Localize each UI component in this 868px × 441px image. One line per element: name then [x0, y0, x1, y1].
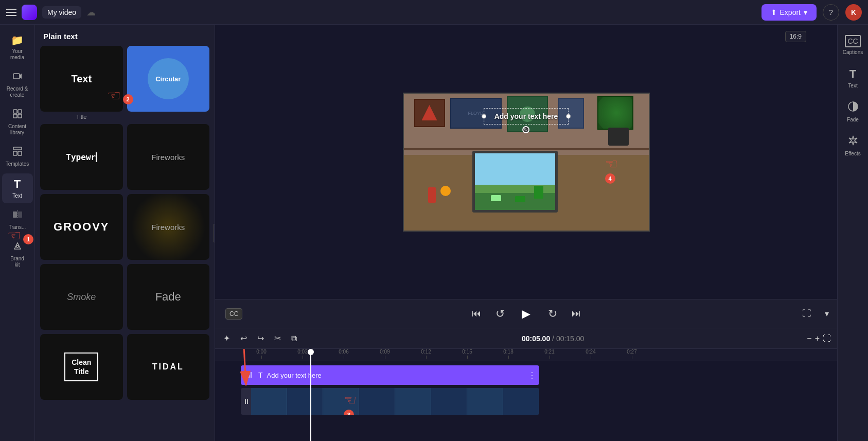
- chevron-down-icon: ▾: [804, 8, 807, 16]
- fireworks-card[interactable]: Fireworks: [127, 124, 210, 190]
- ruler-mark-7: 0:21: [529, 349, 570, 359]
- video-thumb-6: [431, 388, 467, 415]
- magic-tool-button[interactable]: ✦: [221, 332, 232, 344]
- circular-card[interactable]: Circular: [127, 46, 210, 112]
- svg-rect-3: [18, 110, 22, 113]
- tidal-card[interactable]: TIDAL: [127, 334, 210, 400]
- step4-annotation: ☞ 4: [605, 155, 618, 184]
- user-avatar[interactable]: K: [845, 4, 862, 21]
- svg-rect-7: [13, 151, 17, 155]
- left-sidebar: 📁 Your media Record &create C: [0, 25, 35, 441]
- sidebar-item-record-create[interactable]: Record &create: [2, 67, 33, 102]
- sidebar-label-templates: Templates: [6, 161, 29, 167]
- zoom-in-button[interactable]: +: [815, 334, 820, 343]
- transitions-icon: [12, 209, 23, 222]
- right-sidebar-effects[interactable]: Effects: [839, 130, 867, 162]
- fullscreen-button[interactable]: ⛶: [802, 308, 811, 319]
- panel-title: Plain text: [35, 25, 215, 46]
- collapse-preview-button[interactable]: ▾: [825, 309, 829, 319]
- track-pause-handle[interactable]: ⏸: [246, 371, 254, 380]
- fireworks2-card[interactable]: Fireworks: [127, 194, 210, 260]
- sidebar-item-brand-kit[interactable]: Brandkit: [2, 237, 33, 272]
- skip-to-start-button[interactable]: ⏮: [470, 306, 483, 321]
- forward-5s-button[interactable]: ↻: [546, 305, 559, 323]
- right-sidebar: CC Captions T Text Fade Effects: [837, 25, 868, 441]
- right-sidebar-captions[interactable]: CC Captions: [839, 30, 867, 60]
- fade-card[interactable]: Fade: [127, 264, 210, 330]
- ruler-mark-1: 0:03: [282, 349, 323, 359]
- overlay-text: Add your text here: [494, 112, 558, 120]
- video-track-pause[interactable]: ⏸: [243, 397, 250, 405]
- ruler-mark-9: 0:27: [611, 349, 652, 359]
- copy-to-clipboard-button[interactable]: ⧉: [289, 333, 299, 344]
- sidebar-item-your-media[interactable]: 📁 Your media: [2, 30, 33, 65]
- clean-title-card[interactable]: CleanTitle: [40, 334, 123, 400]
- svg-rect-6: [13, 147, 22, 150]
- video-preview-area: 16:9 FLOYD: [215, 25, 837, 299]
- rotate-handle[interactable]: ↻: [522, 126, 529, 133]
- svg-rect-9: [13, 211, 17, 218]
- right-sidebar-text-label: Text: [848, 83, 857, 89]
- timeline-content: 0:00 0:03 0:06 0:09 0:12 0:15 0:18 0:21 …: [215, 349, 837, 441]
- zoom-out-button[interactable]: −: [807, 334, 811, 343]
- time-separator: /: [552, 334, 556, 343]
- ruler-marks-container: 0:00 0:03 0:06 0:09 0:12 0:15 0:18 0:21 …: [215, 349, 652, 359]
- redo-button[interactable]: ↪: [255, 332, 266, 344]
- sidebar-item-templates[interactable]: Templates: [2, 142, 33, 171]
- svg-rect-5: [18, 114, 22, 118]
- right-sidebar-text[interactable]: T Text: [839, 62, 867, 94]
- right-sidebar-fade-label: Fade: [847, 117, 859, 122]
- effects-right-icon: [847, 135, 859, 149]
- sidebar-item-text[interactable]: T Text: [2, 173, 33, 203]
- text-track[interactable]: ⏸ T Add your text here ⋮: [241, 365, 539, 385]
- video-track[interactable]: ⏸: [241, 388, 539, 415]
- sidebar-label-brand-kit: Brandkit: [10, 256, 24, 268]
- typewriter-card[interactable]: Typewr: [40, 124, 123, 190]
- rewind-5s-button[interactable]: ↺: [493, 305, 507, 323]
- captions-right-icon: CC: [845, 35, 860, 47]
- fireworks-card-wrapper: Fireworks: [127, 124, 210, 190]
- ruler-mark-4: 0:12: [405, 349, 447, 359]
- panel-content: Text Title ☞ 2 Circular: [35, 46, 215, 441]
- smoke-card-wrapper: Smoke: [40, 264, 123, 330]
- groovy-text: GROOVY: [54, 220, 110, 234]
- smoke-card[interactable]: Smoke: [40, 264, 123, 330]
- track-text-icon: T: [258, 371, 263, 379]
- help-button[interactable]: ?: [823, 4, 839, 21]
- video-title[interactable]: My video: [42, 6, 81, 19]
- fit-timeline-button[interactable]: ⛶: [823, 334, 831, 343]
- hamburger-menu[interactable]: [6, 9, 16, 16]
- tidal-card-wrapper: TIDAL: [127, 334, 210, 400]
- track-resize-right[interactable]: ⋮: [528, 371, 536, 380]
- text-track-label: Add your text here: [267, 372, 322, 379]
- ruler-mark-2: 0:06: [323, 349, 364, 359]
- playhead-handle[interactable]: [308, 349, 314, 355]
- sidebar-label-transitions: Trans...: [9, 224, 26, 231]
- text-overlay-container: Add your text here ↻: [484, 108, 569, 125]
- transport-bar: CC ⏮ ↺ ▶ ↻ ⏭ ⛶ ▾: [215, 299, 837, 328]
- svg-rect-8: [18, 151, 22, 155]
- text-cards-grid: Text Title ☞ 2 Circular: [40, 46, 209, 400]
- export-button[interactable]: ⬆ Export ▾: [761, 4, 817, 21]
- aspect-ratio-badge[interactable]: 16:9: [785, 31, 806, 42]
- total-time: 00:15.00: [556, 334, 584, 343]
- play-pause-button[interactable]: ▶: [517, 305, 536, 323]
- playhead[interactable]: [310, 349, 311, 441]
- undo-button[interactable]: ↩: [238, 332, 249, 344]
- right-sidebar-fade[interactable]: Fade: [839, 96, 867, 128]
- sidebar-item-content-library[interactable]: Contentlibrary: [2, 104, 33, 140]
- content-library-icon: [12, 109, 23, 121]
- cut-button[interactable]: ✂: [272, 332, 283, 344]
- skip-to-end-button[interactable]: ⏭: [570, 306, 583, 321]
- timeline-toolbar: ✦ ↩ ↪ ✂ ⧉ 00:05.00 / 00:15.00 − + ⛶: [215, 328, 837, 349]
- fade-right-icon: [847, 101, 859, 115]
- captions-transport-button[interactable]: CC: [225, 308, 242, 320]
- svg-rect-10: [18, 211, 22, 218]
- svg-rect-2: [13, 110, 17, 113]
- typewriter-card-wrapper: Typewr: [40, 124, 123, 190]
- sidebar-item-transitions[interactable]: Trans...: [2, 205, 33, 235]
- fireworks-text: Fireworks: [151, 153, 185, 162]
- groovy-card[interactable]: GROOVY: [40, 194, 123, 260]
- text-overlay-box[interactable]: Add your text here ↻: [484, 108, 569, 125]
- text-title-card[interactable]: Text: [40, 46, 123, 112]
